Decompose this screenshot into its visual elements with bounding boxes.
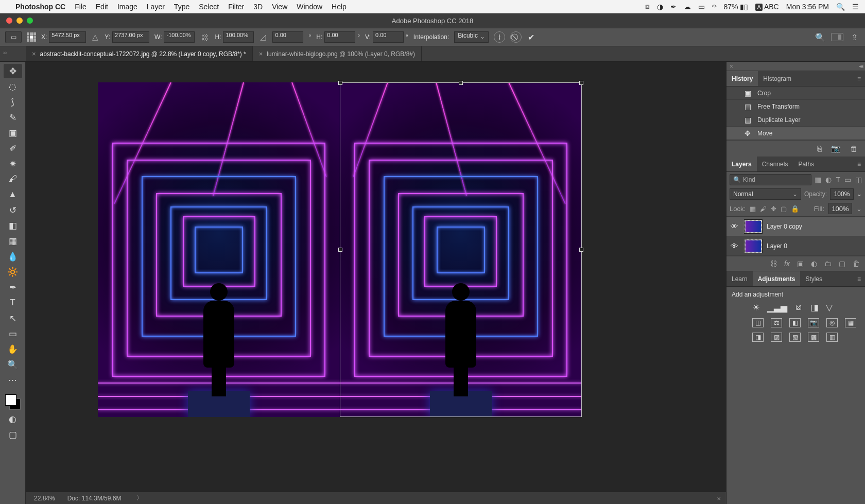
brush-tool[interactable]: 🖌 xyxy=(4,172,22,186)
chevron-down-icon[interactable]: ⌄ xyxy=(856,205,862,213)
snapshot-icon[interactable]: 📷 xyxy=(831,144,841,153)
layer-name[interactable]: Layer 0 copy xyxy=(767,223,802,230)
menu-file[interactable]: File xyxy=(75,3,86,11)
rotation-input[interactable]: 0.00 xyxy=(272,31,303,43)
visibility-toggle-icon[interactable]: 👁 xyxy=(731,222,740,231)
app-menu-name[interactable]: Photoshop CC xyxy=(15,3,65,11)
document-tab[interactable]: × abstract-backlit-conceptual-1722072.jp… xyxy=(26,46,253,61)
blur-tool[interactable]: 💧 xyxy=(4,249,22,264)
tab-history[interactable]: History xyxy=(726,71,758,86)
lock-position-icon[interactable]: ✥ xyxy=(771,205,776,213)
vskew-input[interactable]: 0.00 xyxy=(373,31,404,43)
edit-toolbar-icon[interactable]: ⋯ xyxy=(4,373,22,387)
menu-filter[interactable]: Filter xyxy=(228,3,244,11)
collapse-panel-icon[interactable]: ◂◂ xyxy=(859,63,862,69)
dodge-tool[interactable]: 🔆 xyxy=(4,265,22,279)
share-icon[interactable]: ⇪ xyxy=(849,31,860,43)
color-balance-icon[interactable]: ⚖ xyxy=(771,318,782,327)
tab-layers[interactable]: Layers xyxy=(726,157,757,171)
display-icon[interactable]: ▭ xyxy=(698,3,705,11)
lock-pixels-icon[interactable]: 🖌 xyxy=(760,205,767,213)
battery-status[interactable]: 87% ▮▯ xyxy=(723,3,748,11)
hskew-input[interactable]: 0.00 xyxy=(324,31,355,43)
menu-help[interactable]: Help xyxy=(332,3,347,11)
filter-shape-layers-icon[interactable]: ▭ xyxy=(844,176,851,184)
menu-view[interactable]: View xyxy=(272,3,287,11)
transform-handle[interactable] xyxy=(338,248,342,252)
brightness-contrast-icon[interactable]: ☀ xyxy=(752,302,760,313)
commit-transform-button[interactable]: ✔ xyxy=(528,32,534,42)
menu-type[interactable]: Type xyxy=(174,3,189,11)
quick-mask-icon[interactable]: ◐ xyxy=(4,412,22,426)
curves-icon[interactable]: ⦻ xyxy=(794,302,803,313)
close-tab-icon[interactable]: × xyxy=(259,50,263,58)
transform-handle[interactable] xyxy=(338,81,342,85)
x-input[interactable]: 5472.50 px xyxy=(49,31,86,43)
layer-row[interactable]: 👁 Layer 0 copy xyxy=(726,217,865,236)
filter-type-layers-icon[interactable]: T xyxy=(836,176,840,184)
screen-mode-icon[interactable]: ▢ xyxy=(4,427,22,442)
filter-pixel-layers-icon[interactable]: ▦ xyxy=(815,176,821,184)
wifi-icon[interactable]: ⌔ xyxy=(712,3,716,11)
levels-icon[interactable]: ▁▃▅ xyxy=(767,302,787,313)
layer-row[interactable]: 👁 Layer 0 xyxy=(726,236,865,256)
timeline-close-icon[interactable]: × xyxy=(717,495,721,502)
chevron-down-icon[interactable]: ⌄ xyxy=(857,190,862,198)
lock-artboard-icon[interactable]: ▢ xyxy=(781,205,787,213)
menu-edit[interactable]: Edit xyxy=(96,3,108,11)
exposure-icon[interactable]: ◨ xyxy=(810,302,819,313)
vibrance-icon[interactable]: ▽ xyxy=(826,302,833,313)
spotlight-icon[interactable]: 🔍 xyxy=(836,3,845,11)
tab-learn[interactable]: Learn xyxy=(726,271,753,286)
eraser-tool[interactable]: ◧ xyxy=(4,218,22,233)
delta-icon[interactable]: △ xyxy=(91,32,99,42)
visibility-toggle-icon[interactable]: 👁 xyxy=(731,241,740,250)
tab-adjustments[interactable]: Adjustments xyxy=(753,271,801,286)
hue-sat-icon[interactable]: ◫ xyxy=(752,318,764,327)
history-item[interactable]: ▤ Free Transform xyxy=(726,100,865,113)
history-item[interactable]: ▣ Crop xyxy=(726,86,865,100)
clone-stamp-tool[interactable]: ▲ xyxy=(4,187,22,202)
transform-tool-thumb[interactable]: ▭ xyxy=(5,31,22,43)
new-group-icon[interactable]: 🗀 xyxy=(824,259,832,268)
control-center-icon[interactable]: ☰ xyxy=(852,3,859,11)
move-tool[interactable]: ✥ xyxy=(4,64,22,78)
document-canvas[interactable] xyxy=(98,82,582,417)
type-tool[interactable]: T xyxy=(4,296,22,310)
status-flyout-icon[interactable]: 〉 xyxy=(136,494,143,502)
dropbox-icon[interactable]: ⧈ xyxy=(645,2,650,11)
panel-menu-icon[interactable]: ≡ xyxy=(853,71,865,86)
delete-layer-icon[interactable]: 🗑 xyxy=(853,259,860,268)
zoom-level[interactable]: 22.84% xyxy=(34,495,55,502)
new-doc-from-state-icon[interactable]: ⎘ xyxy=(817,144,822,153)
lasso-tool[interactable]: ⟆ xyxy=(4,95,22,109)
layer-thumbnail[interactable] xyxy=(744,219,763,234)
warp-mode-button[interactable]: ⌇ xyxy=(494,31,505,43)
cancel-transform-button[interactable]: ⃠ xyxy=(510,31,522,43)
crop-tool[interactable]: ▣ xyxy=(4,126,22,140)
layer-name[interactable]: Layer 0 xyxy=(767,242,787,250)
marquee-tool[interactable]: ◌ xyxy=(4,79,22,94)
invert-icon[interactable]: ◨ xyxy=(752,333,764,342)
status-circle-icon[interactable]: ◑ xyxy=(657,3,663,11)
transform-handle[interactable] xyxy=(579,81,583,85)
search-icon[interactable]: 🔍 xyxy=(815,31,826,43)
panel-menu-icon[interactable]: ≡ xyxy=(853,271,865,286)
layer-thumbnail[interactable] xyxy=(744,239,763,253)
history-item[interactable]: ▤ Duplicate Layer xyxy=(726,113,865,127)
canvas-area[interactable]: 22.84% Doc: 114.3M/59.6M 〉 × xyxy=(26,62,726,504)
history-item[interactable]: ✥ Move xyxy=(726,127,865,140)
cloud-icon[interactable]: ☁︎ xyxy=(684,3,691,11)
add-mask-icon[interactable]: ▣ xyxy=(797,259,804,268)
window-close-button[interactable] xyxy=(6,18,12,24)
reference-point-grid[interactable] xyxy=(27,32,36,42)
link-wh-icon[interactable]: ⛓ xyxy=(200,33,210,42)
menu-window[interactable]: Window xyxy=(297,3,322,11)
rectangle-tool[interactable]: ▭ xyxy=(4,326,22,341)
lock-transparency-icon[interactable]: ▦ xyxy=(750,205,756,213)
close-tab-icon[interactable]: × xyxy=(32,50,36,58)
filter-adjustment-layers-icon[interactable]: ◐ xyxy=(825,176,832,184)
workspace-panels-icon[interactable] xyxy=(831,33,843,41)
transform-bounding-box[interactable] xyxy=(340,82,582,417)
color-swatches[interactable] xyxy=(4,393,22,411)
